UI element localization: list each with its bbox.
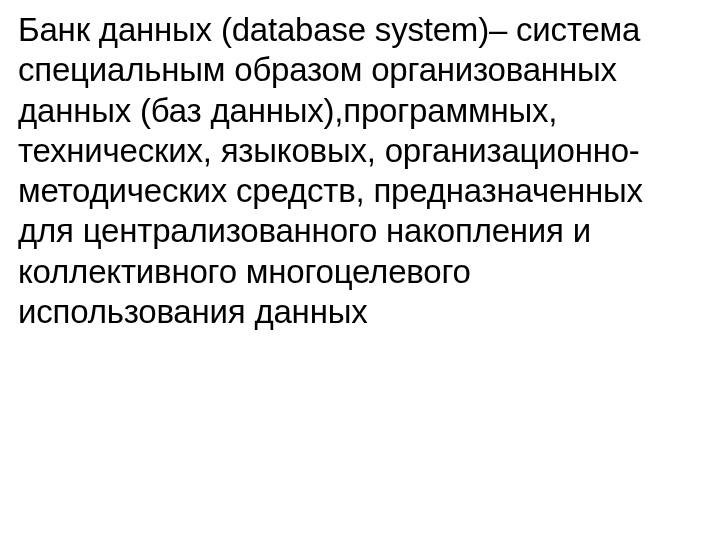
- slide-container: Банк данных (database system)– система с…: [0, 0, 720, 540]
- definition-text: Банк данных (database system)– система с…: [18, 10, 702, 332]
